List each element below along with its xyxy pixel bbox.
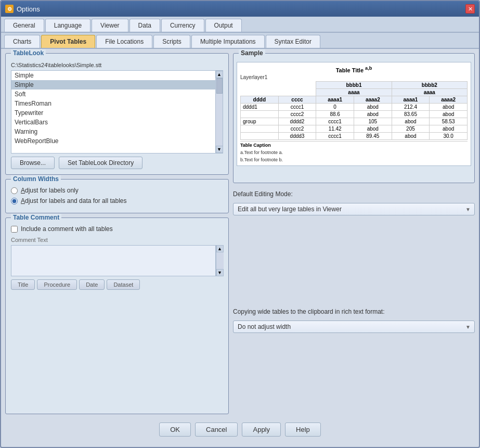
list-item[interactable]: WebReportBlue xyxy=(11,136,215,146)
tab-multiple-imputations[interactable]: Multiple Imputations xyxy=(191,35,265,48)
sample-table: bbbb1 bbbb2 aaaa aaaa dddd xyxy=(240,81,468,140)
sample-group: Sample Table Title a,b Layerlayer1 bbbb1 xyxy=(233,53,475,183)
col-width-option-2: Adjust for labels and data for all table… xyxy=(11,197,223,204)
help-button[interactable]: Help xyxy=(285,423,321,437)
tab-currency[interactable]: Currency xyxy=(161,19,204,32)
left-panel: TableLook C:\Statistics24\tablelooks\Sim… xyxy=(5,53,229,414)
tab-pivot-tables[interactable]: Pivot Tables xyxy=(41,35,95,48)
title-bar: ⚙ Options ✕ xyxy=(1,1,479,17)
browse-button[interactable]: Browse... xyxy=(11,157,55,169)
data-212: 212.4 xyxy=(392,103,430,110)
list-scrollbar[interactable]: ▲ ▼ xyxy=(215,71,223,153)
scrollbar-down[interactable]: ▼ xyxy=(216,146,223,153)
dataset-button[interactable]: Dataset xyxy=(107,279,140,290)
list-item[interactable]: TimesRoman xyxy=(11,99,215,108)
tab-charts[interactable]: Charts xyxy=(4,35,40,48)
set-tablelook-dir-button[interactable]: Set TableLook Directory xyxy=(59,157,142,169)
textarea-scroll-up[interactable]: ▲ xyxy=(216,245,224,252)
window-title: Options xyxy=(17,5,40,13)
tablelook-group-title: TableLook xyxy=(11,49,46,57)
col-width-radio-1[interactable] xyxy=(11,187,18,194)
empty-header-2 xyxy=(241,88,316,96)
ok-button[interactable]: OK xyxy=(159,423,191,437)
row-empty-2 xyxy=(241,125,279,132)
default-editing-label: Default Editing Mode: xyxy=(233,190,475,198)
row-dddd2: dddd2 xyxy=(278,118,316,125)
title-button[interactable]: Title xyxy=(11,279,35,290)
comment-text-label: Comment Text xyxy=(11,237,223,243)
data-abod-7: abod xyxy=(430,125,468,132)
textarea-scroll-down[interactable]: ▼ xyxy=(216,269,224,276)
tab-file-locations[interactable]: File Locations xyxy=(96,35,152,48)
tab-data[interactable]: Data xyxy=(129,19,160,32)
scrollbar-track xyxy=(216,78,223,146)
textarea-scrollbar: ▲ ▼ xyxy=(216,245,223,276)
default-editing-dropdown[interactable]: Edit all but very large tables in Viewer… xyxy=(233,203,475,215)
window-icon: ⚙ xyxy=(5,5,14,13)
list-item[interactable]: Typewriter xyxy=(11,108,215,118)
table-title: Table Title a,b xyxy=(240,66,468,73)
copying-dropdown[interactable]: Do not adjust width Shrink width Use ful… xyxy=(233,321,475,333)
scrollbar-up[interactable]: ▲ xyxy=(216,71,223,78)
copying-group: Copying wide tables to the clipboard in … xyxy=(233,308,475,333)
tab-general[interactable]: General xyxy=(4,19,44,32)
spacer xyxy=(233,223,475,300)
row-empty-3 xyxy=(241,132,279,139)
list-item[interactable]: VerticalBars xyxy=(11,118,215,127)
list-item[interactable]: Warning xyxy=(11,127,215,136)
data-8365: 83.65 xyxy=(392,110,430,118)
procedure-button[interactable]: Procedure xyxy=(37,279,77,290)
copying-dropdown-wrapper: Do not adjust width Shrink width Use ful… xyxy=(233,321,475,333)
include-comment-checkbox[interactable] xyxy=(11,226,18,233)
column-widths-title: Column Widths xyxy=(11,175,61,183)
date-button[interactable]: Date xyxy=(79,279,105,290)
col-width-label-2[interactable]: Adjust for labels and data for all table… xyxy=(21,197,126,204)
scrollbar-thumb[interactable] xyxy=(216,78,223,94)
row-dddd1: dddd1 xyxy=(241,103,279,110)
include-comment-row: Include a comment with all tables xyxy=(11,225,223,233)
tab-syntax-editor[interactable]: Syntax Editor xyxy=(266,35,320,48)
cancel-button[interactable]: Cancel xyxy=(195,423,238,437)
data-abod-1: abod xyxy=(354,103,392,110)
data-5853: 58.53 xyxy=(430,118,468,125)
table-title-sup: a,b xyxy=(365,66,372,71)
include-comment-label[interactable]: Include a comment with all tables xyxy=(21,225,113,233)
row-group: group xyxy=(241,118,279,125)
col-width-label-1[interactable]: Adjust for labels only xyxy=(21,187,79,194)
row-cccc1-2-cell: cccc1 xyxy=(316,118,354,125)
sample-table-container: Table Title a,b Layerlayer1 bbbb1 bbbb2 xyxy=(237,62,471,166)
close-button[interactable]: ✕ xyxy=(465,4,475,14)
data-abod-3: abod xyxy=(354,110,392,118)
tablelook-list[interactable]: Simple Simple Soft TimesRoman Typewriter… xyxy=(11,70,223,153)
caption-label: Table Caption xyxy=(240,143,271,148)
col-width-radio-2[interactable] xyxy=(11,198,18,204)
list-item[interactable]: Soft xyxy=(11,89,215,99)
tab-language[interactable]: Language xyxy=(45,19,90,32)
row-cccc2-2: cccc2 xyxy=(278,125,316,132)
content-area: TableLook C:\Statistics24\tablelooks\Sim… xyxy=(1,49,479,447)
apply-button[interactable]: Apply xyxy=(242,423,281,437)
aaaa-header-2: aaaa xyxy=(392,88,467,96)
col-width-option-1: Adjust for labels only xyxy=(11,187,223,194)
textarea-scroll-track xyxy=(216,252,224,269)
tab-output[interactable]: Output xyxy=(205,19,242,32)
comment-textarea[interactable] xyxy=(11,245,216,276)
table-row: dddd1 cccc1 0 abod 212.4 abod xyxy=(241,103,468,110)
table-comment-group: Table Comment Include a comment with all… xyxy=(5,217,229,414)
data-0: 0 xyxy=(316,103,354,110)
list-item-selected[interactable]: Simple xyxy=(11,80,215,89)
tablelook-buttons: Browse... Set TableLook Directory xyxy=(11,157,223,169)
row-cccc1-3-val: cccc1 xyxy=(316,132,354,139)
table-row: dddd3 cccc1 89.45 abod 30.0 xyxy=(241,132,468,139)
copying-label: Copying wide tables to the clipboard in … xyxy=(233,308,475,315)
bbbb2-header: bbbb2 xyxy=(392,81,467,88)
tablelook-group: TableLook C:\Statistics24\tablelooks\Sim… xyxy=(5,53,229,175)
tab-viewer[interactable]: Viewer xyxy=(92,19,128,32)
table-row: cccc2 88.6 abod 83.65 abod xyxy=(241,110,468,118)
row-cccc1-1: cccc1 xyxy=(278,103,316,110)
comment-textarea-wrapper: ▲ ▼ xyxy=(11,245,223,276)
list-item[interactable]: Simple xyxy=(11,71,215,80)
aaaa1-header-2: aaaa1 xyxy=(392,96,430,103)
table-row: cccc2 11.42 abod 205 abod xyxy=(241,125,468,132)
tab-scripts[interactable]: Scripts xyxy=(153,35,190,48)
